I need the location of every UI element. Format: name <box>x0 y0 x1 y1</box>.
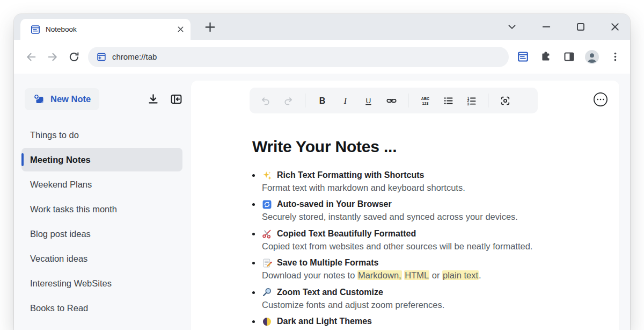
feature-description: Customize fonts and adjust zoom preferen… <box>262 299 598 311</box>
note-list: Things to doMeeting NotesWeekend PlansWo… <box>25 123 182 320</box>
reload-button[interactable] <box>63 46 85 68</box>
toolbar-separator <box>408 94 408 107</box>
back-icon <box>25 51 37 63</box>
notes-sidebar: New Note Things to doMeeting NotesWeeken… <box>14 74 191 330</box>
svg-text:B: B <box>319 96 325 105</box>
italic-button[interactable]: I <box>334 90 356 111</box>
tab-strip: Notebook <box>14 14 630 40</box>
note-title: Interesting WebSites <box>30 278 112 289</box>
feature-title-row: Rich Text Formatting with Shortcuts <box>262 169 598 181</box>
note-title: Books to Read <box>30 303 88 313</box>
notebook-button[interactable] <box>515 49 530 64</box>
svg-text:U: U <box>365 96 371 104</box>
feature-bullet: Dark and Light Themes <box>252 315 598 327</box>
italic-icon: I <box>340 96 350 106</box>
feature-title-row: Dark and Light Themes <box>262 315 598 327</box>
feature-bullet: Auto-saved in Your BrowserSecurely store… <box>252 198 598 223</box>
main-area: BIUABC123123 Write Your Notes ... Rich T… <box>191 74 630 330</box>
abc-123-button[interactable]: ABC123 <box>414 90 436 111</box>
close-button[interactable] <box>610 21 620 32</box>
link-button[interactable] <box>380 90 402 111</box>
sidebar-note-item[interactable]: Vecation ideas <box>21 247 182 270</box>
kebab-button[interactable] <box>608 49 623 64</box>
maximize-button[interactable] <box>575 21 586 32</box>
feature-list: Rich Text Formatting with ShortcutsForma… <box>252 169 598 327</box>
active-note-indicator <box>21 153 24 166</box>
puzzle-button[interactable] <box>538 49 553 64</box>
feature-description: Copied text from websites and other sour… <box>262 241 598 252</box>
description-text: Customize fonts and adjust zoom preferen… <box>262 300 444 310</box>
bullet-dot <box>252 320 255 323</box>
undo-button[interactable] <box>254 90 276 111</box>
tab-title: Notebook <box>46 25 171 33</box>
new-note-button[interactable]: New Note <box>25 88 99 110</box>
back-button[interactable] <box>20 46 42 68</box>
tab-close-button[interactable] <box>176 25 185 34</box>
note-editor[interactable]: Write Your Notes ... Rich Text Formattin… <box>191 81 619 327</box>
note-heading: Write Your Notes ... <box>252 138 598 156</box>
undo-icon <box>260 96 270 106</box>
focus-button[interactable] <box>494 90 516 111</box>
numbered-list-icon: 123 <box>466 96 477 106</box>
editor-card: BIUABC123123 Write Your Notes ... Rich T… <box>191 81 619 330</box>
feature-title-row: Save to Multiple Formats <box>262 257 598 269</box>
download-button[interactable] <box>147 93 159 105</box>
sparkles-icon <box>262 170 272 181</box>
more-options-button[interactable] <box>593 92 608 107</box>
nav-buttons <box>20 46 85 68</box>
focus-icon <box>500 96 510 106</box>
sidebar-note-item[interactable]: Things to do <box>21 123 182 147</box>
toolbar-separator <box>488 94 488 107</box>
bullet-list-button[interactable] <box>437 90 459 111</box>
feature-content: Copied Text Beautifully FormattedCopied … <box>262 228 598 252</box>
window-controls <box>507 14 620 40</box>
bullet-dot <box>252 174 255 177</box>
side-panel-button[interactable] <box>561 49 576 64</box>
collapse-panel-button[interactable] <box>170 93 182 105</box>
feature-bullet: Rich Text Formatting with ShortcutsForma… <box>252 169 598 193</box>
feature-title: Auto-saved in Your Browser <box>277 199 392 209</box>
url-text: chrome://tab <box>112 52 157 61</box>
sidebar-note-item[interactable]: Weekend Plans <box>21 173 182 196</box>
new-note-label: New Note <box>50 94 91 104</box>
sidebar-note-item[interactable]: Books to Read <box>21 296 182 320</box>
bullet-dot <box>252 262 255 264</box>
description-text: Copied text from websites and other sour… <box>262 241 532 251</box>
note-title: Vecation ideas <box>30 254 87 264</box>
avatar-button[interactable] <box>584 49 599 64</box>
chevron-down-button[interactable] <box>507 21 517 32</box>
underline-button[interactable]: U <box>357 90 379 111</box>
forward-icon <box>47 51 58 63</box>
sidebar-note-item[interactable]: Interesting WebSites <box>21 271 182 295</box>
minimize-button[interactable] <box>541 21 552 32</box>
feature-title-row: Copied Text Beautifully Formatted <box>262 228 598 240</box>
sidebar-note-item[interactable]: Work tasks this month <box>21 197 182 221</box>
download-icon <box>147 93 159 105</box>
redo-button[interactable] <box>277 90 299 111</box>
bold-icon: B <box>317 96 327 106</box>
sidebar-note-item[interactable]: Meeting Notes <box>21 148 182 171</box>
forward-button[interactable] <box>42 46 63 68</box>
address-bar[interactable]: chrome://tab <box>88 47 509 67</box>
feature-title: Zoom Text and Customize <box>277 288 383 297</box>
feature-bullet: Copied Text Beautifully FormattedCopied … <box>252 228 598 252</box>
feature-title-row: Auto-saved in Your Browser <box>262 198 598 210</box>
numbered-list-button[interactable]: 123 <box>460 90 482 111</box>
highlighted-text: plain text <box>442 270 479 280</box>
new-tab-button[interactable] <box>203 20 217 34</box>
toolbar-separator <box>305 94 305 107</box>
sidebar-note-item[interactable]: Blog post ideas <box>21 222 182 246</box>
bullet-list-icon <box>443 96 453 106</box>
feature-title: Dark and Light Themes <box>277 317 372 326</box>
note-title: Blog post ideas <box>30 229 91 239</box>
feature-title: Rich Text Formatting with Shortcuts <box>277 170 424 180</box>
feature-description: Download your notes to Markdown, HTML or… <box>262 270 598 281</box>
new-note-icon <box>33 94 45 105</box>
bold-button[interactable]: B <box>311 90 333 111</box>
description-text: Download your notes to <box>262 270 357 280</box>
feature-title: Save to Multiple Formats <box>277 258 378 268</box>
formatting-toolbar: BIUABC123123 <box>250 88 538 113</box>
note-title: Things to do <box>30 130 79 140</box>
browser-tab[interactable]: Notebook <box>20 19 191 40</box>
notebook-favicon-icon <box>31 25 40 34</box>
